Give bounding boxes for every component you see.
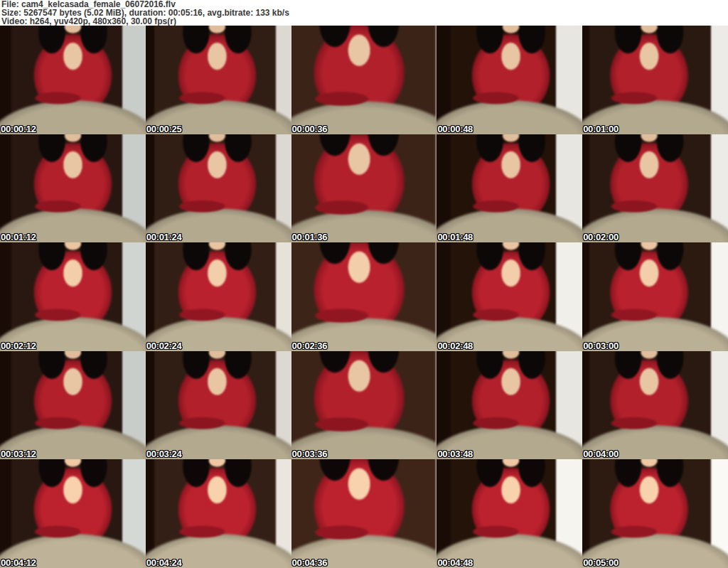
video-thumbnail: 00:01:00 <box>582 26 728 134</box>
video-thumbnail: 00:05:00 <box>582 459 728 568</box>
thumbnail-image <box>582 459 728 568</box>
video-thumbnail: 00:03:24 <box>146 351 291 460</box>
video-thumbnail: 00:02:36 <box>291 242 437 351</box>
thumbnail-image <box>146 26 291 134</box>
video-thumbnail: 00:00:25 <box>146 26 291 134</box>
timestamp-label: 00:02:24 <box>146 341 182 351</box>
video-thumbnail: 00:01:24 <box>146 134 291 243</box>
timestamp-label: 00:01:48 <box>437 232 473 242</box>
thumbnail-image <box>0 351 146 460</box>
thumbnail-image <box>582 351 728 460</box>
timestamp-label: 00:03:48 <box>437 449 473 459</box>
contact-sheet: File: cam4_kelcasada_female_06072016.flv… <box>0 0 728 568</box>
thumbnail-image <box>291 26 437 134</box>
thumbnail-image <box>0 134 146 243</box>
timestamp-label: 00:01:00 <box>583 124 619 134</box>
thumbnail-image <box>146 134 291 243</box>
timestamp-label: 00:04:48 <box>437 557 473 568</box>
video-thumbnail: 00:02:24 <box>146 242 291 351</box>
video-thumbnail: 00:04:36 <box>291 459 437 568</box>
video-thumbnail: 00:02:00 <box>582 134 728 243</box>
thumbnail-image <box>582 26 728 134</box>
thumbnail-image <box>291 351 437 460</box>
video-thumbnail: 00:04:24 <box>146 459 291 568</box>
thumbnail-image <box>0 459 146 568</box>
timestamp-label: 00:04:00 <box>583 449 619 459</box>
timestamp-label: 00:01:12 <box>1 232 36 242</box>
thumbnail-image <box>0 26 146 134</box>
timestamp-label: 00:00:12 <box>1 124 36 134</box>
timestamp-label: 00:04:12 <box>1 557 36 568</box>
video-thumbnail: 00:01:36 <box>291 134 437 243</box>
thumbnail-image <box>146 242 291 351</box>
thumbnail-image <box>437 459 582 568</box>
file-metadata-header: File: cam4_kelcasada_female_06072016.flv… <box>0 0 728 26</box>
video-thumbnail: 00:01:12 <box>0 134 146 243</box>
video-thumbnail: 00:04:12 <box>0 459 146 568</box>
timestamp-label: 00:04:24 <box>146 557 182 568</box>
video-thumbnail: 00:03:12 <box>0 351 146 460</box>
timestamp-label: 00:02:48 <box>437 341 473 351</box>
video-thumbnail: 00:00:12 <box>0 26 146 134</box>
thumbnail-image <box>291 459 437 568</box>
thumbnail-image <box>146 459 291 568</box>
video-thumbnail: 00:04:48 <box>437 459 582 568</box>
timestamp-label: 00:02:36 <box>292 341 328 351</box>
timestamp-label: 00:03:12 <box>1 449 36 459</box>
video-thumbnail: 00:01:48 <box>437 134 582 243</box>
timestamp-label: 00:03:24 <box>146 449 182 459</box>
timestamp-label: 00:05:00 <box>583 557 619 568</box>
timestamp-label: 00:00:48 <box>437 124 473 134</box>
timestamp-label: 00:02:12 <box>1 341 36 351</box>
video-thumbnail: 00:03:36 <box>291 351 437 460</box>
video-thumbnail: 00:00:48 <box>437 26 582 134</box>
timestamp-label: 00:04:36 <box>292 557 328 568</box>
thumbnail-image <box>437 26 582 134</box>
video-thumbnail: 00:02:12 <box>0 242 146 351</box>
timestamp-label: 00:02:00 <box>583 232 619 242</box>
thumbnail-image <box>291 134 437 243</box>
thumbnail-image <box>437 351 582 460</box>
thumbnail-image <box>0 242 146 351</box>
timestamp-label: 00:01:36 <box>292 232 328 242</box>
thumbnail-image <box>291 242 437 351</box>
video-thumbnail: 00:03:48 <box>437 351 582 460</box>
timestamp-label: 00:01:24 <box>146 232 182 242</box>
timestamp-label: 00:00:36 <box>292 124 328 134</box>
thumbnail-image <box>437 134 582 243</box>
video-info-line: Video: h264, yuv420p, 480x360, 30.00 fps… <box>1 17 728 26</box>
video-thumbnail: 00:03:00 <box>582 242 728 351</box>
timestamp-label: 00:03:36 <box>292 449 328 459</box>
thumbnail-image <box>582 242 728 351</box>
thumbnail-image <box>437 242 582 351</box>
video-thumbnail: 00:00:36 <box>291 26 437 134</box>
thumbnail-grid: 00:00:12 00:00:25 00:00:36 00:00:48 00:0… <box>0 26 728 568</box>
timestamp-label: 00:00:25 <box>146 124 182 134</box>
timestamp-label: 00:03:00 <box>583 341 619 351</box>
video-thumbnail: 00:02:48 <box>437 242 582 351</box>
thumbnail-image <box>146 351 291 460</box>
video-thumbnail: 00:04:00 <box>582 351 728 460</box>
thumbnail-image <box>582 134 728 243</box>
